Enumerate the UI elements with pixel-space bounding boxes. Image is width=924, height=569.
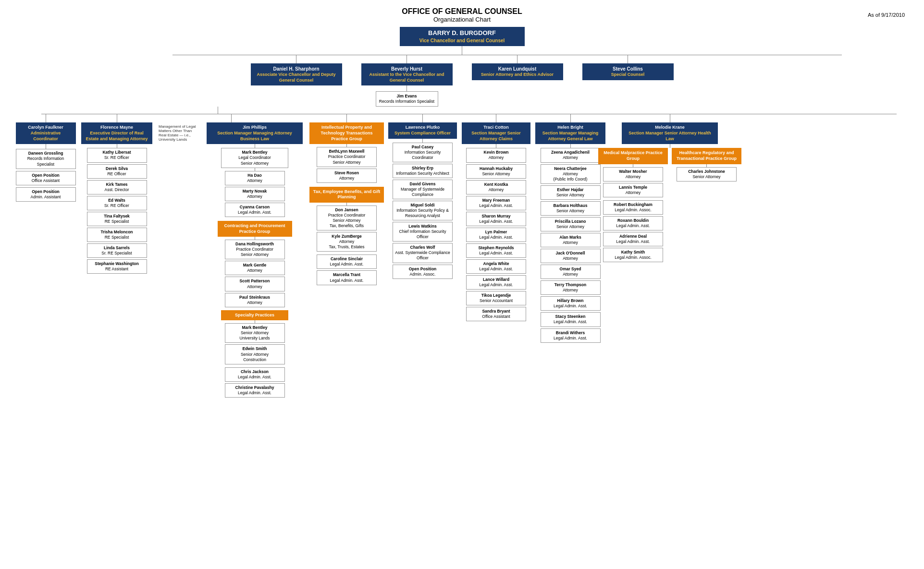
barbara-holthaus-box: Barbara HolthausSenior Attorney [541, 201, 601, 216]
neera-chatterjee-box: Neera ChatterjeeAttorney(Public Info Coo… [541, 164, 601, 184]
daneen-box: Daneen GrosslingRecords Information Spec… [16, 149, 76, 169]
stephanie-washington-box: Stephanie WashingtonRE Assistant [87, 259, 147, 274]
marcella-trant-box: Marcella TrantLegal Admin. Asst. [317, 270, 377, 285]
derek-silva-box: Derek SilvaRE Officer [87, 164, 147, 179]
level2-daniel: Daniel H. Sharphorn Associate Vice Chanc… [251, 63, 342, 85]
mark-bentley-box: Mark BentleyLegal CoordinatorSenior Atto… [221, 148, 288, 168]
melodie-krane-box: Melodie Krane Section Manager Senior Att… [622, 122, 718, 144]
esther-hajdar-box: Esther HajdarSenior Attorney [541, 185, 601, 200]
robert-buckingham-box: Robert BuckinghamLegal Admin. Assoc. [603, 200, 663, 215]
specialty-practices-box: Specialty Practices [221, 310, 288, 321]
lannis-temple-box: Lannis TempleAttorney [603, 183, 663, 197]
walter-mosher-box: Walter MosherAttorney [603, 167, 663, 182]
level2-beverly: Beverly Hurst Assistant to the Vice Chan… [361, 63, 453, 85]
dana-hollingsworth-box: Dana HollingsworthPractice CoordinatorSe… [225, 240, 285, 259]
date-label: As of 9/17/2010 [868, 12, 905, 18]
linda-sarrels-box: Linda SarrelsSr. RE Specialist [87, 243, 147, 258]
scott-patterson-box: Scott PattersonAttorney [225, 277, 285, 291]
trisha-meloncon-box: Trisha MelonconRE Specialist [87, 228, 147, 242]
tax-benefits-box: Tax, Employee Benefits, and Gift Plannin… [309, 187, 384, 203]
tina-faltysek-box: Tina FaltysekRE Specialist [87, 212, 147, 226]
alan-marks-box: Alan MarksAttorney [541, 233, 601, 247]
sandra-bryant-box: Sandra BryantOffice Assistant [466, 307, 526, 321]
kevin-brown-box: Kevin BrownAttorney [466, 148, 526, 162]
terry-thompson-box: Terry ThompsonAttorney [541, 280, 601, 295]
brandi-withers-box: Brandi WithersLegal Admin. Asst. [541, 328, 601, 343]
roxann-bouldin-box: Roxann BouldinLegal Admin. Asst. [603, 216, 663, 230]
sharon-murray-box: Sharon MurrayLegal Admin. Asst. [466, 212, 526, 226]
stacy-steenken-box: Stacy SteenkenLegal Admin. Asst. [541, 312, 601, 327]
lance-willard-box: Lance WillardLegal Admin. Asst. [466, 275, 526, 290]
lyn-palmer-box: Lyn PalmerLegal Admin. Asst. [466, 228, 526, 242]
kent-kostka-box: Kent KostkaAttorney [466, 180, 526, 194]
carolyn-box: Carolyn Faulkner Administrative Coordina… [16, 122, 76, 144]
traci-cotton-box: Traci Cotton Section Manager Senior Atto… [462, 122, 530, 144]
tikoa-legendje-box: Tikoa LegendjeSenior Accountant [466, 291, 526, 305]
ed-walts-box: Ed WaltsSr. RE Officer [87, 196, 147, 210]
jack-odonnell-box: Jack O'DonnellAttorney [541, 249, 601, 263]
level2-steve: Steve Collins Special Counsel [582, 63, 674, 80]
edwin-smith-box: Edwin SmithSenior AttorneyConstruction [225, 344, 285, 364]
mark-gentle-box: Mark GentleAttorney [225, 261, 285, 275]
lawrence-plutko-box: Lawrence Plutko System Compliance Office… [388, 122, 457, 138]
ha-dao-box: Ha DaoAttorney [225, 171, 285, 185]
jim-evans-box: Jim Evans Records Information Specialist [376, 91, 438, 107]
kirk-tames-box: Kirk TamesAsst. Director [87, 180, 147, 194]
lewis-watkins-box: Lewis WatkinsChief Information Security … [393, 222, 453, 242]
open-pos-assoc-box: Open PositionAdmin. Assoc. [393, 265, 453, 279]
paul-casey-box: Paul CaseyInformation Security Coordinat… [393, 143, 453, 162]
mary-freeman-box: Mary FreemanLegal Admin. Asst. [466, 196, 526, 210]
caroline-sinclair-box: Caroline SinclairLegal Admin. Asst. [317, 254, 377, 269]
openpos1-box: Open PositionOffice Assistant [16, 171, 76, 185]
hillary-brown-box: Hillary BrownLegal Admin. Asst. [541, 296, 601, 311]
zeena-box: Zeena AngadichenilAttorney [541, 148, 601, 162]
top-person-box: BARRY D. BURGDORF Vice Chancellor and Ge… [400, 27, 525, 46]
stephen-reynolds-box: Stephen ReynoldsLegal Admin. Asst. [466, 243, 526, 258]
helen-bright-box: Helen Bright Section Manager Managing At… [535, 122, 605, 144]
bethlynn-maxwell-box: BethLynn MaxwellPractice CoordinatorSeni… [317, 147, 377, 167]
charles-johnstone-box: Charles JohnstoneSenior Attorney [677, 167, 737, 182]
page-title: OFFICE OF GENERAL COUNSEL Organizational… [10, 7, 914, 23]
level2-karen: Karen Lundquist Senior Attorney and Ethi… [472, 63, 563, 80]
ip-tech-box: Intellectual Property and Technology Tra… [309, 122, 384, 144]
miguel-soldi-box: Miguel SoldiInformation Security Policy … [393, 201, 453, 220]
medical-malpractice-box: Medical Malpractice Practice Group [598, 148, 668, 164]
openpos2-box: Open PositionAdmin. Assistant [16, 187, 76, 202]
cyanna-carson-box: Cyanna CarsonLegal Admin. Asst. [225, 203, 285, 217]
christine-pavalashy-box: Christine PavalashyLegal Admin. Asst. [225, 383, 285, 398]
charles-wolf-box: Charles WolfAsst. Systemwide Compliance … [393, 243, 453, 263]
mark-bentley2-box: Mark BentleySenior AttorneyUniversity La… [225, 323, 285, 343]
steve-rosen-box: Steve RosenAttorney [317, 169, 377, 183]
hannah-huckaby-box: Hannah HuckabySenior Attorney [466, 164, 526, 179]
healthcare-regulatory-box: Healthcare Regulatory and Transactional … [672, 148, 741, 164]
chris-jackson-box: Chris JacksonLegal Admin. Asst. [225, 367, 285, 382]
marty-novak-box: Marty NovakAttorney [225, 187, 285, 201]
shirley-erp-box: Shirley ErpInformation Security Architec… [393, 164, 453, 178]
angela-white-box: Angela WhiteLegal Admin. Asst. [466, 259, 526, 274]
contracting-group-box: Contracting and Procurement Practice Gro… [218, 221, 292, 237]
david-givens-box: David GivensManager of Systemwide Compli… [393, 180, 453, 199]
kathy-smith-box: Kathy SmithLegal Admin. Assoc. [603, 248, 663, 262]
don-jansen-box: Don JansenPractice CoordinatorSenior Att… [317, 206, 377, 230]
kathy-libersat-box: Kathy LibersatSr. RE Officer [87, 148, 147, 162]
florence-box: Florence Mayne Executive Director of Rea… [81, 122, 152, 144]
priscilla-lozano-box: Priscilla LozanoSenior Attorney [541, 217, 601, 231]
adrienne-deal-box: Adrienne DealLegal Admin. Asst. [603, 232, 663, 246]
kyle-zumberge-box: Kyle ZumBergeAttorneyTax, Trusts, Estate… [317, 232, 377, 252]
omar-syed-box: Omar SyedAttorney [541, 265, 601, 279]
jim-phillips-box: Jim Phillips Section Manager Managing At… [207, 122, 303, 144]
paul-steinkraus-box: Paul SteinkrausAttorney [225, 293, 285, 307]
